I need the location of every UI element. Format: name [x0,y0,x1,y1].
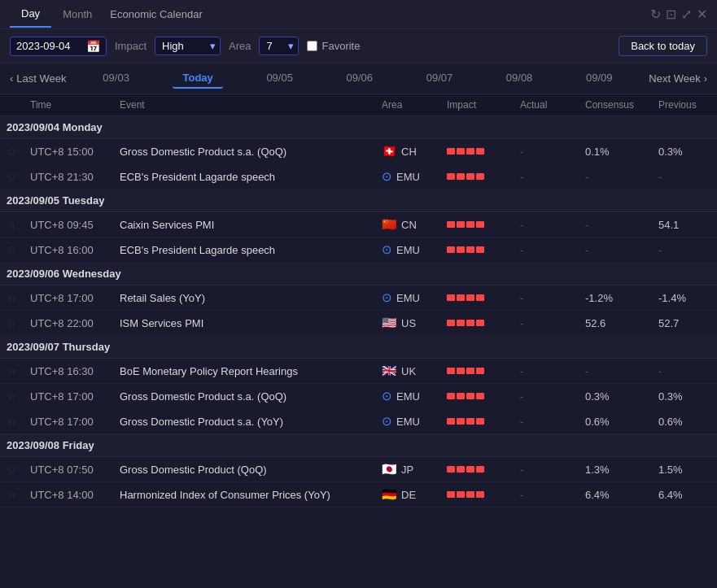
star-cell[interactable]: ☆ [0,359,24,384]
event-cell: ECB's President Lagarde speech [113,237,375,263]
date-sep09[interactable]: 09/09 [576,68,623,89]
table-row: ☆ UTC+8 16:00 ECB's President Lagarde sp… [0,237,717,263]
tab-month[interactable]: Month [51,2,103,27]
impact-bars [447,246,507,253]
area-label: DE [401,489,416,501]
favorite-wrap[interactable]: Favorite [307,40,360,52]
window-controls: ↻ ⊡ ⤢ ✕ [650,7,707,22]
area-select[interactable]: 7 All [259,37,299,55]
date-input[interactable] [16,40,81,52]
actual-cell: - [514,212,579,237]
date-sep03[interactable]: 09/03 [93,68,139,89]
consensus-cell: 0.1% [579,139,652,164]
area-cell: 🇨🇳 CN [375,212,440,237]
date-sep07[interactable]: 09/07 [417,68,463,89]
prev-week-button[interactable]: ‹ Last Week [0,69,77,88]
maximize-icon[interactable]: ⤢ [681,7,692,22]
close-icon[interactable]: ✕ [697,7,707,22]
refresh-icon[interactable]: ↻ [650,7,661,22]
impact-cell [440,384,514,409]
date-sep06[interactable]: 09/06 [337,68,383,89]
restore-icon[interactable]: ⊡ [666,7,676,22]
day-header-label: 2023/09/08 Friday [0,434,717,457]
star-cell[interactable]: ☆ [0,457,24,482]
area-label: US [401,317,416,329]
time-cell: UTC+8 21:30 [24,164,113,189]
impact-bars [447,491,507,498]
favorite-label: Favorite [321,40,360,52]
area-select-wrap[interactable]: 7 All [259,37,299,55]
area-cell: 🇺🇸 US [375,311,440,336]
event-cell: Retail Sales (YoY) [113,285,375,311]
time-cell: UTC+8 16:00 [24,237,113,263]
star-cell[interactable]: ☆ [0,409,24,434]
star-icon: ☆ [7,291,17,304]
star-icon: ☆ [7,415,17,428]
star-cell[interactable]: ☆ [0,237,24,263]
actual-cell: - [514,482,579,507]
event-cell: Gross Domestic Product (QoQ) [113,457,375,482]
calendar-icon[interactable]: 📅 [86,40,100,53]
next-week-button[interactable]: Next Week › [639,69,717,88]
time-cell: UTC+8 17:00 [24,285,113,311]
date-nav: ‹ Last Week 09/03 Today 09/05 09/06 09/0… [0,63,717,94]
favorite-checkbox[interactable] [307,41,317,51]
date-today[interactable]: Today [173,68,222,89]
star-cell[interactable]: ☆ [0,482,24,507]
consensus-cell: 52.6 [579,311,652,336]
consensus-cell: 0.3% [579,384,652,409]
star-cell[interactable]: ☆ [0,139,24,164]
date-sep05[interactable]: 09/05 [256,68,303,89]
table-row: ☆ UTC+8 15:00 Gross Domestic Product s.a… [0,139,717,164]
day-header-row: 2023/09/08 Friday [0,434,717,457]
event-cell: Gross Domestic Product s.a. (QoQ) [113,139,375,164]
impact-cell [440,285,514,311]
impact-bars [447,466,507,473]
col-impact-header: Impact [440,94,514,116]
area-cell: ⊙ EMU [375,384,440,409]
actual-cell: - [514,237,579,263]
impact-cell [440,139,514,164]
star-cell[interactable]: ☆ [0,285,24,311]
table-row: ☆ UTC+8 17:00 Retail Sales (YoY) ⊙ EMU -… [0,285,717,311]
impact-cell [440,359,514,384]
impact-bars [447,368,507,374]
impact-bars [447,320,507,326]
star-cell[interactable]: ☆ [0,164,24,189]
actual-cell: - [514,285,579,311]
actual-cell: - [514,384,579,409]
previous-cell: 1.5% [652,457,717,482]
col-event-header: Event [113,94,375,116]
page-title: Economic Calendar [110,8,202,20]
col-area-header: Area [375,94,440,116]
area-cell: ⊙ EMU [375,285,440,311]
toolbar: 📅 Impact High Medium Low Area 7 All Favo… [0,29,717,63]
star-cell[interactable]: ☆ [0,212,24,237]
area-cell: 🇨🇭 CH [375,139,440,164]
area-label: CN [401,219,417,231]
next-week-label: Next Week [649,72,700,85]
day-header-label: 2023/09/05 Tuesday [0,189,717,212]
impact-bars [447,418,507,425]
star-icon: ☆ [7,316,17,329]
back-to-today-button[interactable]: Back to today [619,36,707,56]
star-cell[interactable]: ☆ [0,384,24,409]
consensus-cell: - [579,237,652,263]
col-consensus-header: Consensus [579,94,652,116]
time-cell: UTC+8 15:00 [24,139,113,164]
table-row: ☆ UTC+8 17:00 Gross Domestic Product s.a… [0,384,717,409]
impact-select-wrap[interactable]: High Medium Low [155,37,221,55]
impact-select[interactable]: High Medium Low [155,37,221,55]
actual-cell: - [514,139,579,164]
table-row: ☆ UTC+8 21:30 ECB's President Lagarde sp… [0,164,717,189]
tab-day[interactable]: Day [10,1,51,28]
star-cell[interactable]: ☆ [0,311,24,336]
event-cell: Harmonized Index of Consumer Prices (YoY… [113,482,375,507]
star-icon: ☆ [7,170,17,183]
date-input-wrap[interactable]: 📅 [10,37,107,56]
impact-bars [447,221,507,228]
table-header-row: Time Event Area Impact Actual Consensus … [0,94,717,116]
date-sep08[interactable]: 09/08 [496,68,543,89]
area-cell: 🇩🇪 DE [375,482,440,507]
star-icon: ☆ [7,243,17,256]
